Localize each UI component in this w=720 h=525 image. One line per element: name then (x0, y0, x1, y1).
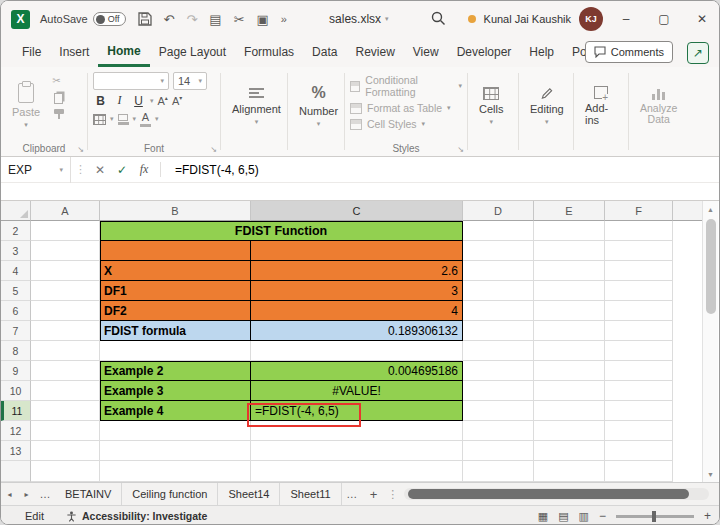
cell-D12[interactable] (463, 421, 534, 441)
conditional-formatting-button[interactable]: Conditional Formatting ▾ (350, 74, 462, 98)
row-header-2[interactable]: 2 (1, 221, 31, 241)
horizontal-scroll-thumb[interactable] (408, 489, 689, 499)
tab-view[interactable]: View (404, 37, 448, 67)
analyze-data-button[interactable]: AnalyzeData (634, 72, 683, 140)
cell-B13[interactable] (100, 441, 251, 461)
share-icon[interactable]: ↗ (687, 42, 709, 64)
cell-B8[interactable] (100, 341, 251, 361)
column-header-d[interactable]: D (463, 201, 534, 221)
row-header-12[interactable]: 12 (1, 421, 31, 441)
cell-E3[interactable] (534, 241, 605, 261)
minimize-button[interactable]: – (611, 4, 641, 34)
cell-B4[interactable]: X (100, 261, 251, 281)
column-header-c[interactable]: C (251, 201, 463, 221)
cell-D6[interactable] (463, 301, 534, 321)
tab-file[interactable]: File (13, 37, 50, 67)
cell-B7[interactable]: FDIST formula (100, 321, 251, 341)
cell-F9[interactable] (605, 361, 673, 381)
cell-B3[interactable] (100, 241, 251, 261)
format-as-table-button[interactable]: Format as Table ▾ (350, 102, 462, 114)
cell-B10[interactable]: Example 3 (100, 381, 251, 401)
cell-C13[interactable] (251, 441, 463, 461)
cell-E14[interactable] (534, 461, 605, 482)
dialog-launcher-icon[interactable]: ↘ (210, 145, 217, 154)
dialog-launcher-icon[interactable]: ↘ (77, 145, 84, 154)
tab-data[interactable]: Data (303, 37, 346, 67)
number-button[interactable]: % Number ▾ (293, 72, 344, 140)
addins-button[interactable]: Add-ins (579, 72, 623, 140)
page-break-view-icon[interactable]: ▥ (579, 510, 589, 523)
cell-C9[interactable]: 0.004695186 (251, 361, 463, 381)
zoom-in-button[interactable]: + (704, 509, 711, 523)
sheet-overflow-left-icon[interactable]: … (35, 483, 55, 505)
row-header-4[interactable]: 4 (1, 261, 31, 281)
row-header-11[interactable]: 11 (1, 401, 31, 421)
fill-color-button[interactable] (118, 114, 129, 125)
search-icon[interactable] (431, 11, 446, 26)
zoom-slider-knob[interactable] (652, 511, 656, 522)
accessibility-status[interactable]: Accessibility: Investigate (66, 510, 207, 522)
cell-F8[interactable] (605, 341, 673, 361)
close-button[interactable]: ✕ (687, 4, 717, 34)
cell-F3[interactable] (605, 241, 673, 261)
cell-E13[interactable] (534, 441, 605, 461)
italic-button[interactable]: I (112, 93, 127, 108)
cell-F5[interactable] (605, 281, 673, 301)
redo-icon[interactable]: ↷ (186, 12, 197, 27)
cell-A8[interactable] (31, 341, 100, 361)
row-header-3[interactable]: 3 (1, 241, 31, 261)
cell-B12[interactable] (100, 421, 251, 441)
cell-A14[interactable] (31, 461, 100, 482)
cell-E12[interactable] (534, 421, 605, 441)
column-header-b[interactable]: B (100, 201, 251, 221)
cell-F7[interactable] (605, 321, 673, 341)
document-title[interactable]: sales.xlsx ▾ (329, 1, 389, 37)
confirm-entry-button[interactable]: ✓ (112, 163, 132, 177)
cell-D8[interactable] (463, 341, 534, 361)
cell-F6[interactable] (605, 301, 673, 321)
sheet-tab-sheet14[interactable]: Sheet14 (218, 483, 280, 505)
cell-B5[interactable]: DF1 (100, 281, 251, 301)
sheet-nav-right-icon[interactable]: ▸ (18, 483, 35, 505)
qat-overflow-icon[interactable]: » (281, 13, 287, 25)
editing-button[interactable]: Editing ▾ (524, 72, 570, 140)
cell-D4[interactable] (463, 261, 534, 281)
page-layout-view-icon[interactable]: ▤ (558, 510, 568, 523)
column-header-e[interactable]: E (534, 201, 605, 221)
cell-C11-editing[interactable]: =FDIST(-4, 6,5) (251, 401, 463, 421)
underline-button[interactable]: U (131, 94, 146, 108)
cell-F12[interactable] (605, 421, 673, 441)
normal-view-icon[interactable]: ▦ (538, 510, 548, 523)
row-header-5[interactable]: 5 (1, 281, 31, 301)
cut-icon[interactable]: ✂ (52, 76, 64, 86)
cell-E9[interactable] (534, 361, 605, 381)
cell-B14[interactable] (100, 461, 251, 482)
cell-D7[interactable] (463, 321, 534, 341)
scissors-icon[interactable]: ✂ (234, 12, 245, 27)
font-color-button[interactable]: A (140, 111, 151, 127)
cell-B2-C2-merged[interactable]: FDIST Function (100, 221, 463, 241)
cell-A7[interactable] (31, 321, 100, 341)
cell-F4[interactable] (605, 261, 673, 281)
cell-A11[interactable] (31, 401, 100, 421)
zoom-slider[interactable] (616, 515, 694, 518)
vertical-scroll-thumb[interactable] (706, 219, 716, 314)
tab-insert[interactable]: Insert (50, 37, 98, 67)
avatar[interactable]: KJ (579, 7, 603, 31)
zoom-out-button[interactable]: − (599, 509, 606, 523)
increase-font-icon[interactable]: A▴ (158, 94, 168, 107)
cell-F2[interactable] (605, 221, 673, 241)
cell-B6[interactable]: DF2 (100, 301, 251, 321)
cell-C4[interactable]: 2.6 (251, 261, 463, 281)
borders-icon[interactable] (93, 114, 106, 125)
cell-A12[interactable] (31, 421, 100, 441)
notebook-icon[interactable]: ▤ (209, 12, 221, 27)
cell-F10[interactable] (605, 381, 673, 401)
cancel-entry-button[interactable]: ✕ (90, 163, 110, 177)
cell-D2[interactable] (463, 221, 534, 241)
cell-C3[interactable] (251, 241, 463, 261)
cell-styles-button[interactable]: Cell Styles ▾ (350, 118, 462, 130)
user-name[interactable]: Kunal Jai Kaushik (484, 13, 571, 25)
cell-D11[interactable] (463, 401, 534, 421)
cell-E8[interactable] (534, 341, 605, 361)
